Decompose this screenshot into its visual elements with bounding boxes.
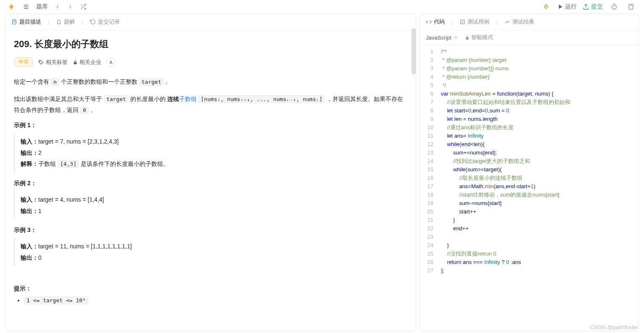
svg-rect-15 bbox=[629, 4, 633, 9]
tab-history[interactable]: 提交记录 bbox=[90, 18, 120, 26]
tags-link[interactable]: 相关标签 bbox=[38, 59, 68, 66]
problem-pane: 题目描述 | 题解 | 提交记录 209. 长度最小的子数组 中等 相关标签 相… bbox=[5, 13, 416, 331]
svg-rect-21 bbox=[74, 62, 77, 64]
svg-point-20 bbox=[40, 61, 40, 61]
timer-icon[interactable] bbox=[609, 1, 620, 12]
example-2-heading: 示例 2： bbox=[14, 180, 407, 187]
debug-icon[interactable] bbox=[541, 1, 552, 12]
problem-title: 209. 长度最小的子数组 bbox=[14, 38, 407, 51]
run-button[interactable]: 运行 bbox=[557, 3, 577, 11]
question-bank-link[interactable]: 题库 bbox=[36, 3, 48, 11]
watermark: CSDN @paithfinder bbox=[590, 324, 638, 330]
subarray-link[interactable]: 子数组 bbox=[179, 96, 197, 102]
hint-icon[interactable]: A bbox=[106, 58, 116, 67]
list-icon[interactable] bbox=[23, 3, 29, 10]
code-editor[interactable]: 1234567891011121314151617181920212223242… bbox=[420, 45, 639, 331]
language-selector[interactable]: JavaScript bbox=[426, 35, 458, 41]
example-1-heading: 示例 1： bbox=[14, 122, 407, 129]
constraints-heading: 提示： bbox=[14, 285, 407, 293]
prev-icon[interactable] bbox=[55, 4, 61, 10]
companies-link[interactable]: 相关企业 bbox=[73, 59, 101, 66]
example-3-heading: 示例 3： bbox=[14, 226, 407, 234]
tab-code[interactable]: 代码 bbox=[426, 18, 445, 26]
desc-paragraph-2: 找出该数组中满足其总和大于等于 target 的长度最小的 连续子数组 [num… bbox=[14, 93, 407, 116]
next-icon[interactable] bbox=[67, 4, 73, 10]
scrollbar-thumb[interactable] bbox=[412, 28, 416, 75]
tab-testcase[interactable]: 测试用例 bbox=[459, 18, 489, 26]
desc-paragraph-1: 给定一个含有 n 个正整数的数组和一个正整数 target 。 bbox=[14, 76, 407, 88]
svg-rect-22 bbox=[461, 20, 465, 24]
note-icon[interactable] bbox=[626, 1, 636, 12]
logo-icon[interactable] bbox=[8, 3, 16, 11]
difficulty-badge: 中等 bbox=[14, 57, 33, 67]
constraints-list: 1 <= target <= 10⁹ bbox=[14, 297, 407, 304]
svg-rect-6 bbox=[545, 5, 547, 8]
svg-line-5 bbox=[81, 5, 82, 6]
shuffle-icon[interactable] bbox=[80, 3, 87, 10]
topbar: 题库 运行 提交 bbox=[0, 0, 644, 13]
tab-result[interactable]: 测试结果 bbox=[504, 18, 534, 26]
submit-button[interactable]: 提交 bbox=[583, 3, 603, 11]
example-3: 输入：target = 11, nums = [1,1,1,1,1,1,1,1]… bbox=[14, 238, 407, 266]
tab-solution[interactable]: 题解 bbox=[56, 18, 75, 26]
mode-indicator: 智能模式 bbox=[465, 34, 493, 41]
svg-rect-23 bbox=[466, 37, 468, 40]
example-1: 输入：target = 7, nums = [2,3,1,2,4,3] 输出：2… bbox=[14, 133, 407, 172]
tab-description[interactable]: 题目描述 bbox=[11, 18, 41, 26]
example-2: 输入：target = 4, nums = [1,4,4] 输出：1 bbox=[14, 192, 407, 219]
code-pane: 代码 | 测试用例 | 测试结果 JavaScript 智能模式 1234567… bbox=[420, 13, 639, 331]
svg-marker-10 bbox=[559, 5, 562, 8]
